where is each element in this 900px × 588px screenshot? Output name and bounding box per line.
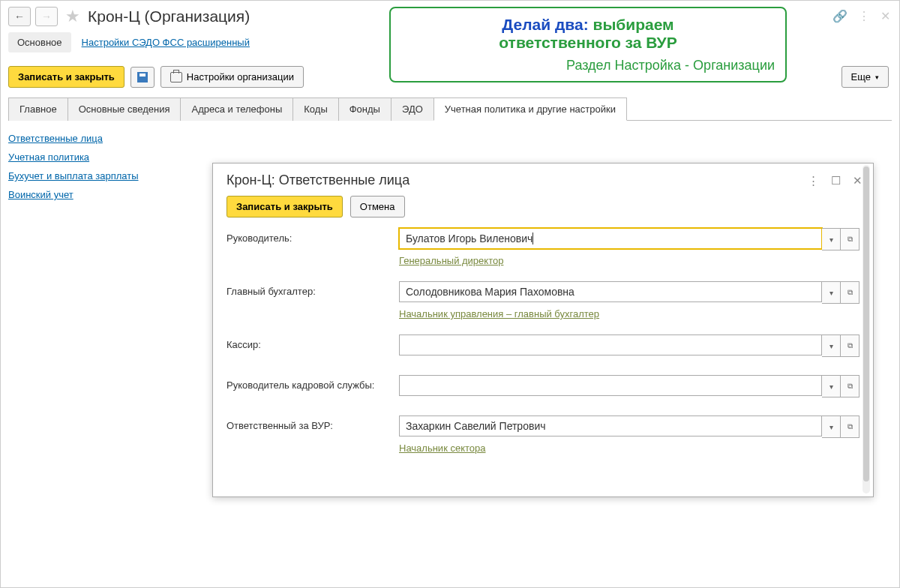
tab-1[interactable]: Основные сведения (68, 98, 182, 121)
field-dropdown-1[interactable]: ▾ (822, 281, 841, 304)
sidelink-0[interactable]: Ответственные лица (8, 133, 188, 144)
tabs-bar: ГлавноеОсновные сведенияАдреса и телефон… (8, 97, 892, 121)
field-row-3: Руководитель кадровой службы:▾⧉ (226, 375, 860, 411)
tab-4[interactable]: Фонды (338, 98, 392, 121)
chevron-down-icon: ▾ (875, 74, 879, 81)
field-row-4: Ответственный за ВУР:Захаркин Савелий Пе… (226, 416, 860, 464)
org-settings-button[interactable]: Настройки организации (160, 66, 304, 88)
field-label-3: Руководитель кадровой службы: (226, 375, 399, 391)
more-button[interactable]: Еще ▾ (842, 66, 889, 88)
field-dropdown-4[interactable]: ▾ (822, 416, 841, 438)
sidelink-1[interactable]: Учетная политика (8, 152, 188, 163)
field-label-1: Главный бухгалтер: (226, 281, 399, 297)
field-input-2[interactable] (399, 334, 822, 356)
field-row-1: Главный бухгалтер:Солодовникова Мария Па… (226, 281, 860, 330)
field-dropdown-0[interactable]: ▾ (822, 228, 841, 250)
field-dropdown-2[interactable]: ▾ (822, 334, 841, 357)
page-title: Крон-Ц (Организация) (88, 8, 250, 26)
field-dropdown-3[interactable]: ▾ (822, 375, 841, 398)
sidelink-2[interactable]: Бухучет и выплата зарплаты (8, 170, 188, 182)
dialog-body: Руководитель:Булатов Игорь Виленович▾⧉Ге… (213, 228, 873, 464)
close-icon[interactable]: ✕ (880, 9, 890, 23)
field-row-2: Кассир:▾⧉ (226, 334, 860, 370)
app-window: ← → ★ Крон-Ц (Организация) 🔗 ⋮ ✕ Основно… (0, 0, 900, 588)
instruction-callout: Делай два: выбираем ответственного за ВУ… (389, 7, 787, 82)
tab-2[interactable]: Адреса и телефоны (180, 98, 293, 121)
more-label: Еще (851, 71, 871, 82)
field-sublink-0[interactable]: Генеральный директор (399, 255, 503, 266)
subhead-link-sedo[interactable]: Настройки СЭДО ФСС расширенный (82, 37, 250, 48)
field-sublink-1[interactable]: Начальник управления – главный бухгалтер (399, 308, 599, 320)
callout-line2: ответственного за ВУР (401, 34, 775, 52)
field-input-0[interactable]: Булатов Игорь Виленович (399, 228, 822, 249)
scrollbar-thumb[interactable] (863, 166, 869, 482)
dialog-close-icon[interactable]: ✕ (853, 174, 862, 188)
printer-icon (170, 72, 182, 82)
dialog-maximize-icon[interactable]: ☐ (831, 174, 841, 188)
field-open-0[interactable]: ⧉ (841, 228, 860, 250)
favorite-star-icon[interactable]: ★ (65, 7, 80, 26)
field-open-3[interactable]: ⧉ (841, 375, 860, 398)
field-input-4[interactable]: Захаркин Савелий Петрович (399, 416, 822, 436)
dialog-cancel-button[interactable]: Отмена (350, 196, 405, 218)
field-sublink-4[interactable]: Начальник сектора (399, 442, 486, 454)
kebab-icon[interactable]: ⋮ (858, 9, 870, 23)
sidelink-3[interactable]: Воинский учет (8, 189, 188, 200)
tab-5[interactable]: ЭДО (391, 98, 434, 121)
save-close-button[interactable]: Записать и закрыть (8, 66, 124, 88)
dialog-scrollbar[interactable] (862, 165, 870, 494)
dialog-title: Крон-Ц: Ответственные лица (226, 172, 808, 188)
tab-3[interactable]: Коды (292, 98, 338, 121)
back-button[interactable]: ← (8, 7, 31, 26)
field-input-1[interactable]: Солодовникова Мария Пахомовна (399, 281, 822, 302)
field-label-4: Ответственный за ВУР: (226, 416, 399, 431)
callout-green1: выбираем (592, 16, 674, 33)
dialog-kebab-icon[interactable]: ⋮ (808, 174, 819, 188)
dialog-responsible-persons: Крон-Ц: Ответственные лица ⋮ ☐ ✕ Записат… (212, 163, 874, 497)
side-links: Ответственные лицаУчетная политикаБухуче… (8, 130, 188, 200)
field-open-4[interactable]: ⧉ (841, 416, 860, 438)
org-settings-label: Настройки организации (187, 71, 294, 82)
callout-bold: Делай два: (502, 16, 588, 33)
floppy-icon (137, 72, 148, 82)
dialog-toolbar: Записать и закрыть Отмена (213, 196, 873, 228)
field-open-2[interactable]: ⧉ (841, 334, 860, 357)
dialog-header: Крон-Ц: Ответственные лица ⋮ ☐ ✕ (213, 164, 873, 196)
field-input-3[interactable] (399, 375, 822, 396)
subhead-tab-main[interactable]: Основное (8, 32, 71, 52)
callout-line3: Раздел Настройка - Организации (401, 58, 775, 74)
save-button[interactable] (130, 67, 154, 88)
dialog-save-close-button[interactable]: Записать и закрыть (226, 196, 343, 218)
tab-6[interactable]: Учетная политика и другие настройки (434, 98, 627, 121)
field-row-0: Руководитель:Булатов Игорь Виленович▾⧉Ге… (226, 228, 860, 277)
tab-0[interactable]: Главное (8, 98, 68, 121)
field-open-1[interactable]: ⧉ (841, 281, 860, 304)
field-label-0: Руководитель: (226, 228, 399, 244)
link-icon[interactable]: 🔗 (832, 9, 848, 23)
field-label-2: Кассир: (226, 334, 399, 350)
forward-button[interactable]: → (35, 7, 58, 26)
